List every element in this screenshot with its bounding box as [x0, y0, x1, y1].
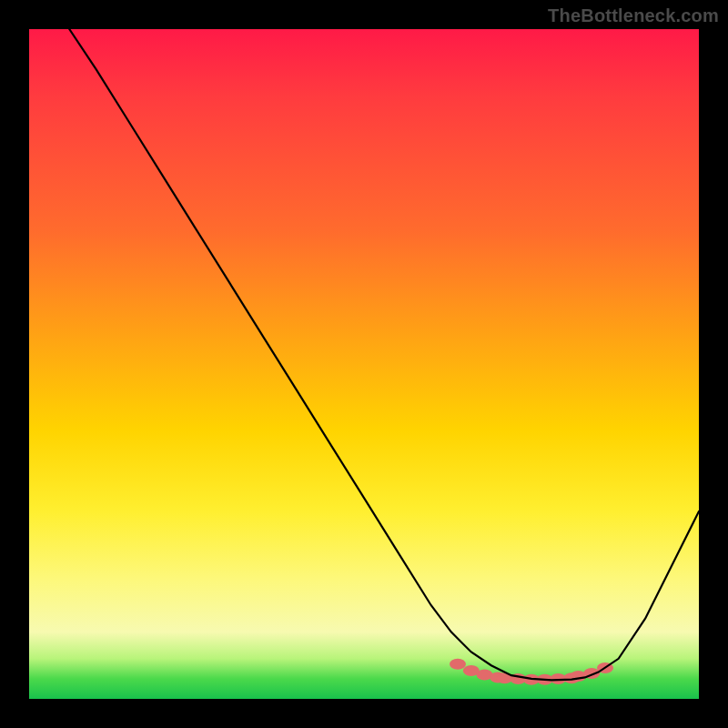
marker-dot [450, 659, 466, 670]
plot-area [29, 29, 699, 699]
watermark-text: TheBottleneck.com [548, 5, 719, 26]
chart-svg [29, 29, 699, 699]
bottleneck-curve [69, 29, 699, 680]
bottom-markers-group [450, 659, 613, 685]
chart-frame: TheBottleneck.com [0, 0, 728, 728]
